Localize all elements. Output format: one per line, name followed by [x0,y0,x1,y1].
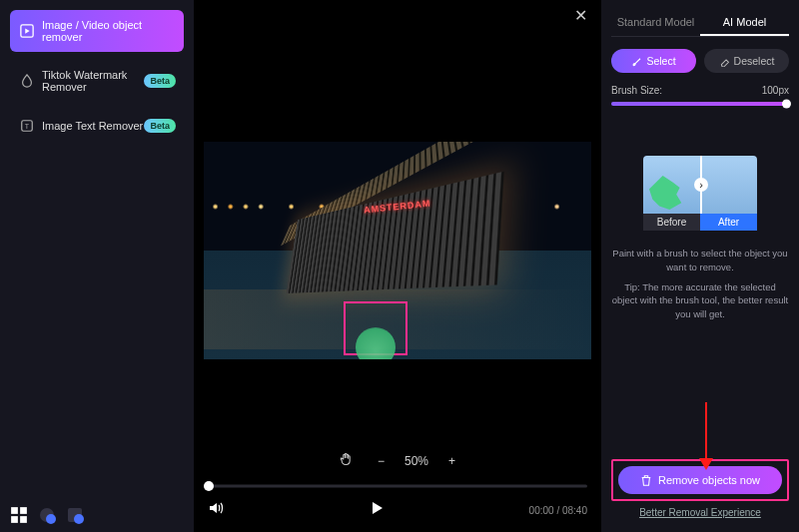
sidebar-item-tiktok-remover[interactable]: Tiktok Watermark Remover Beta [10,60,184,102]
video-preview[interactable]: AMSTERDAM [194,0,601,441]
taskbar-app-icon[interactable] [38,506,56,524]
svg-point-10 [74,514,84,524]
sidebar-item-label: Image Text Remover [42,120,143,132]
timecode: 00:00 / 08:40 [529,505,587,516]
svg-text:T: T [25,123,30,130]
compare-slider-handle[interactable] [700,156,702,214]
square-play-icon [20,24,34,38]
zoom-in-button[interactable]: + [444,452,459,470]
tab-ai-model[interactable]: AI Model [700,10,789,36]
hand-tool-icon[interactable] [336,449,358,472]
svg-rect-4 [20,507,27,514]
zoom-out-button[interactable]: − [374,452,389,470]
sidebar: Image / Video object remover Tiktok Wate… [0,0,194,532]
svg-rect-6 [20,516,27,523]
brush-selection-highlight [344,301,407,355]
hint-text-1: Paint with a brush to select the object … [611,247,789,274]
label-after: After [700,214,757,231]
text-box-icon: T [20,119,34,133]
annotation-arrow [697,402,715,472]
select-brush-button[interactable]: Select [611,49,696,73]
preview-bird-shape [649,176,683,210]
player-controls: 00:00 / 08:40 [194,492,601,532]
editor-canvas: ✕ AMSTERDAM − 50% + [194,0,601,532]
beta-badge: Beta [144,119,176,133]
label-before: Before [643,214,700,231]
brush-icon [631,56,642,67]
before-after-preview[interactable]: Before After [643,156,757,231]
taskbar [10,506,84,524]
droplet-icon [20,74,34,88]
brush-mask-blob [356,327,396,359]
better-removal-link[interactable]: Better Removal Experience [611,507,789,518]
zoom-percent: 50% [404,454,428,468]
brush-size-slider[interactable] [611,102,789,106]
brush-size-value: 100px [762,85,789,96]
tab-standard-model[interactable]: Standard Model [611,10,700,36]
taskbar-app-icon[interactable] [66,506,84,524]
zoom-controls: − 50% + [194,441,601,480]
svg-point-8 [46,514,56,524]
beta-badge: Beta [144,74,176,88]
sidebar-item-object-remover[interactable]: Image / Video object remover [10,10,184,52]
model-tabs: Standard Model AI Model [611,10,789,37]
deselect-brush-button[interactable]: Deselect [704,49,789,73]
timeline[interactable] [208,480,587,492]
brush-size-label: Brush Size: [611,85,662,96]
trash-icon [640,474,652,486]
windows-start-icon[interactable] [10,506,28,524]
right-panel: Standard Model AI Model Select Deselect … [601,0,799,532]
video-frame: AMSTERDAM [204,142,591,359]
svg-rect-5 [11,516,18,523]
sidebar-item-label: Image / Video object remover [42,19,174,43]
timeline-playhead[interactable] [204,481,214,491]
sidebar-item-text-remover[interactable]: T Image Text Remover Beta [10,110,184,142]
eraser-icon [719,56,730,67]
play-button[interactable] [369,500,385,520]
slider-knob[interactable] [782,100,791,109]
hint-text-2: Tip: The more accurate the selected obje… [611,280,789,321]
svg-rect-3 [11,507,18,514]
volume-icon[interactable] [208,500,224,520]
